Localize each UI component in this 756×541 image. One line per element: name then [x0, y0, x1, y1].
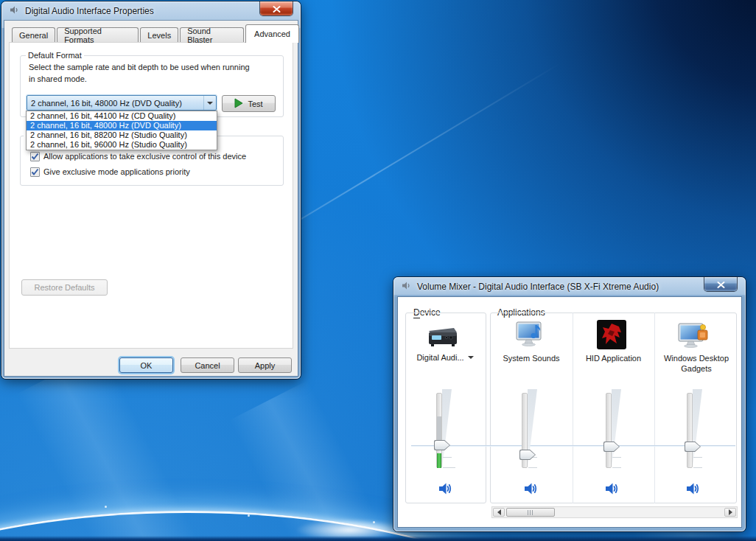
- applications-horizontal-scrollbar[interactable]: [491, 506, 738, 518]
- system-sounds-icon: [514, 320, 547, 352]
- device-selector-label: Digital Audi...: [416, 353, 463, 362]
- dropdown-option-88200[interactable]: 2 channel, 16 bit, 88200 Hz (Studio Qual…: [27, 130, 217, 140]
- tab-advanced[interactable]: Advanced: [245, 24, 299, 43]
- tab-label: Advanced: [254, 29, 290, 38]
- properties-close-button[interactable]: [260, 1, 293, 15]
- desktop-bottom-edge: [0, 536, 756, 541]
- format-dropdown-list: 2 channel, 16 bit, 44100 Hz (CD Quality)…: [26, 111, 217, 150]
- properties-dialog-title: Digital Audio Interface Properties: [25, 6, 154, 16]
- volume-mixer-title: Volume Mixer - Digital Audio Interface (…: [417, 282, 659, 292]
- hid-application-icon: [597, 320, 626, 352]
- app-label-hid-application: HID Application: [574, 353, 653, 363]
- restore-defaults-button[interactable]: Restore Defaults: [21, 279, 108, 296]
- test-button-label: Test: [248, 100, 262, 108]
- slider-tick: [443, 467, 455, 468]
- dropdown-option-44100[interactable]: 2 channel, 16 bit, 44100 Hz (CD Quality): [27, 111, 217, 121]
- dropdown-option-48000[interactable]: 2 channel, 16 bit, 48000 Hz (DVD Quality…: [27, 121, 217, 130]
- exclusive-control-checkbox[interactable]: [30, 152, 40, 161]
- slider-tick: [612, 467, 621, 468]
- app-label-system-sounds: System Sounds: [491, 353, 571, 363]
- gadgets-slider-handle[interactable]: [685, 441, 701, 452]
- checkmark-icon: [31, 166, 39, 179]
- tab-label: Supported Formats: [64, 27, 131, 44]
- app-label-windows-desktop-gadgets: Windows Desktop Gadgets: [656, 353, 737, 374]
- slider-tick: [443, 457, 452, 458]
- close-icon: [717, 278, 725, 291]
- slider-tick: [693, 457, 702, 458]
- device-volume-slider-handle[interactable]: [434, 440, 450, 450]
- audio-device-icon: [424, 326, 460, 352]
- apply-button-label: Apply: [255, 361, 276, 370]
- test-button[interactable]: Test: [222, 95, 276, 112]
- scroll-right-button[interactable]: [724, 508, 736, 517]
- apply-button[interactable]: Apply: [238, 357, 292, 373]
- speaker-volume-icon: [522, 481, 539, 500]
- hid-application-slider-track[interactable]: [606, 393, 612, 468]
- slider-tick: [693, 467, 702, 468]
- speaker-volume-icon: [603, 481, 620, 500]
- cancel-button[interactable]: Cancel: [181, 357, 234, 373]
- ok-button[interactable]: OK: [119, 357, 173, 373]
- close-icon: [273, 2, 281, 15]
- default-format-group-label: Default Format: [26, 51, 84, 60]
- dropdown-option-96000[interactable]: 2 channel, 16 bit, 96000 Hz (Studio Qual…: [27, 140, 217, 150]
- device-meter-background: [437, 416, 441, 441]
- scrollbar-grip-icon: [528, 510, 534, 515]
- device-peak-meter: [437, 453, 441, 468]
- tabstrip: General Supported Formats Levels Sound B…: [12, 24, 301, 43]
- speaker-title-icon: [10, 4, 20, 18]
- tab-label: General: [19, 31, 48, 40]
- combobox-value: 2 channel, 16 bit, 48000 Hz (DVD Quality…: [27, 99, 203, 108]
- device-selector-dropdown[interactable]: Digital Audi...: [408, 352, 482, 363]
- tab-supported-formats[interactable]: Supported Formats: [57, 27, 139, 42]
- desktop-sparkle: [248, 514, 250, 517]
- gadgets-mute-button[interactable]: [684, 481, 701, 499]
- cancel-button-label: Cancel: [195, 361, 220, 370]
- desktop-sparkle: [373, 521, 375, 523]
- volume-mixer-titlebar: Volume Mixer - Digital Audio Interface (…: [393, 277, 701, 296]
- combobox-dropdown-button[interactable]: [203, 96, 216, 110]
- volume-mixer-window: Volume Mixer - Digital Audio Interface (…: [393, 277, 746, 531]
- exclusive-priority-label[interactable]: Give exclusive mode applications priorit…: [43, 167, 190, 176]
- speaker-title-icon: [402, 280, 412, 293]
- exclusive-priority-checkbox[interactable]: [30, 167, 40, 177]
- scroll-left-icon: [497, 509, 501, 515]
- slider-tick: [612, 457, 621, 458]
- tab-sound-blaster[interactable]: Sound Blaster: [180, 27, 244, 42]
- format-description-line2: in shared mode.: [29, 74, 87, 83]
- column-separator: [654, 313, 655, 503]
- default-format-combobox[interactable]: 2 channel, 16 bit, 48000 Hz (DVD Quality…: [27, 95, 217, 111]
- play-icon: [234, 98, 243, 110]
- slider-tick: [528, 467, 537, 468]
- tab-label: Levels: [147, 31, 171, 40]
- tab-general[interactable]: General: [12, 27, 55, 42]
- scroll-right-icon: [729, 509, 732, 515]
- checkmark-icon: [31, 150, 39, 164]
- desktop-sparkle: [105, 506, 107, 508]
- system-sounds-mute-button[interactable]: [522, 481, 539, 499]
- properties-dialog-titlebar: Digital Audio Interface Properties: [1, 1, 256, 21]
- restore-defaults-label: Restore Defaults: [35, 283, 95, 292]
- chevron-down-icon: [468, 356, 474, 359]
- tab-label: Sound Blaster: [187, 27, 237, 44]
- scrollbar-thumb[interactable]: [506, 508, 555, 517]
- chevron-down-icon: [207, 102, 213, 105]
- tab-levels[interactable]: Levels: [140, 27, 178, 42]
- format-description-line1: Select the sample rate and bit depth to …: [29, 63, 250, 71]
- device-mute-button[interactable]: [436, 481, 454, 499]
- speaker-volume-icon: [437, 481, 453, 500]
- advanced-tab-panel: Default Format Select the sample rate an…: [9, 42, 293, 349]
- ok-button-label: OK: [141, 361, 153, 370]
- system-sounds-slider-handle[interactable]: [519, 450, 536, 460]
- column-separator: [573, 313, 573, 503]
- properties-dialog-window: Digital Audio Interface Properties Gener…: [1, 1, 301, 379]
- gadgets-slider-track[interactable]: [687, 393, 693, 468]
- speaker-volume-icon: [685, 481, 701, 500]
- volume-mixer-close-button[interactable]: [704, 277, 737, 291]
- scroll-left-button[interactable]: [493, 508, 505, 517]
- desktop: Volume Mixer - Digital Audio Interface (…: [0, 0, 756, 541]
- hid-application-slider-handle[interactable]: [603, 441, 620, 452]
- windows-desktop-gadgets-icon: [676, 321, 709, 354]
- exclusive-control-label[interactable]: Allow applications to take exclusive con…: [43, 152, 246, 161]
- hid-application-mute-button[interactable]: [603, 481, 620, 499]
